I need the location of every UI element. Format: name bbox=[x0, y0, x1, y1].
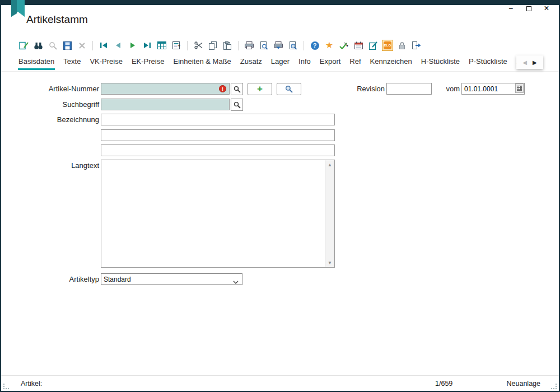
delete-icon[interactable] bbox=[76, 40, 87, 51]
record-counter: 1/659 bbox=[435, 380, 452, 388]
form-view-icon[interactable]: ▾ bbox=[171, 40, 182, 51]
spellcheck-icon[interactable]: ▾ bbox=[338, 40, 349, 51]
favorites-icon[interactable]: ★ bbox=[324, 40, 335, 51]
tab-vk-preise[interactable]: VK-Preise bbox=[89, 56, 123, 70]
vom-label: vom bbox=[444, 85, 460, 93]
tab-kennzeichen[interactable]: Kennzeichen bbox=[370, 56, 413, 70]
revision-label: Revision bbox=[337, 85, 385, 93]
next-record-icon[interactable] bbox=[127, 40, 138, 51]
maximize-icon bbox=[526, 6, 531, 11]
tab-p-stueckliste[interactable]: P-Stückliste bbox=[468, 56, 508, 70]
search-binoculars-icon[interactable] bbox=[32, 40, 44, 51]
titlebar[interactable] bbox=[1, 0, 559, 5]
cut-icon[interactable] bbox=[193, 40, 204, 51]
last-record-icon[interactable] bbox=[142, 40, 153, 51]
tab-basisdaten[interactable]: Basisdaten bbox=[18, 56, 55, 70]
calendar-icon[interactable] bbox=[353, 40, 364, 51]
langtext-label: Langtext bbox=[21, 161, 99, 170]
resize-grip-left[interactable] bbox=[3, 382, 10, 389]
tab-scroll-right-icon[interactable]: ▶ bbox=[533, 59, 537, 66]
page-title: Artikelstamm bbox=[26, 13, 88, 26]
star-icon: ★ bbox=[325, 41, 333, 50]
minimize-button[interactable]: − bbox=[506, 4, 515, 13]
tab-scroll-left-icon[interactable]: ◀ bbox=[522, 59, 527, 66]
toolbar-separator bbox=[92, 41, 93, 50]
page-preview-icon[interactable] bbox=[287, 40, 298, 51]
required-indicator-icon: ! bbox=[219, 85, 226, 92]
tab-einheiten-masse[interactable]: Einheiten & Maße bbox=[172, 56, 231, 70]
scroll-down-icon[interactable]: ▼ bbox=[325, 258, 334, 267]
artikeltyp-value: Standard bbox=[104, 276, 131, 283]
vom-date-field bbox=[461, 83, 525, 95]
langtext-scrollbar[interactable]: ▲ ▼ bbox=[325, 160, 334, 267]
tab-lager[interactable]: Lager bbox=[270, 56, 290, 70]
toolbar-separator bbox=[304, 41, 304, 50]
artikel-nummer-search-button[interactable] bbox=[231, 83, 243, 95]
plus-icon: + bbox=[257, 84, 263, 94]
print-preview-icon[interactable] bbox=[258, 40, 269, 51]
toolbar-separator bbox=[187, 41, 188, 50]
close-button[interactable]: × bbox=[542, 4, 551, 13]
scroll-up-icon[interactable]: ▲ bbox=[325, 160, 334, 169]
search-article-button[interactable] bbox=[277, 83, 301, 95]
chevron-down-icon bbox=[233, 278, 239, 286]
save-icon[interactable] bbox=[62, 40, 73, 51]
bezeichnung-label: Bezeichnung bbox=[21, 115, 99, 124]
previous-record-icon[interactable] bbox=[113, 40, 124, 51]
first-record-icon[interactable] bbox=[98, 40, 109, 51]
add-article-button[interactable]: + bbox=[248, 83, 272, 95]
toolbar-separator bbox=[238, 41, 239, 50]
print-icon[interactable] bbox=[244, 40, 255, 51]
table-view-icon[interactable] bbox=[156, 40, 167, 51]
statusbar: Artikel: 1/659 Neuanlage bbox=[1, 375, 559, 391]
bezeichnung-input-2[interactable] bbox=[101, 129, 335, 141]
magnifier-icon bbox=[234, 86, 241, 93]
suchbegriff-label: Suchbegriff bbox=[21, 100, 99, 109]
tab-zusatz[interactable]: Zusatz bbox=[240, 56, 263, 70]
suchbegriff-search-button[interactable] bbox=[231, 99, 243, 111]
logout-icon[interactable] bbox=[411, 40, 422, 51]
zoom-icon[interactable] bbox=[47, 40, 58, 51]
langtext-field: ▲ ▼ bbox=[101, 160, 335, 268]
tab-info[interactable]: Info bbox=[298, 56, 311, 70]
tab-scroll-panel: ◀ ▶ bbox=[516, 55, 543, 69]
toolbar: ▾ ? ★ ▾ bbox=[18, 39, 422, 52]
question-mark-icon: ? bbox=[311, 41, 319, 50]
bezeichnung-input-1[interactable] bbox=[101, 114, 335, 125]
resize-grip-right[interactable] bbox=[550, 382, 557, 389]
magnifier-icon bbox=[285, 85, 293, 93]
bezeichnung-input-3[interactable] bbox=[101, 144, 335, 156]
maximize-button[interactable] bbox=[524, 4, 533, 13]
window-controls: − × bbox=[506, 4, 551, 13]
lock-icon[interactable] bbox=[396, 40, 408, 51]
tab-h-stueckliste[interactable]: H-Stückliste bbox=[421, 56, 460, 70]
artikeltyp-select[interactable]: Standard bbox=[101, 273, 242, 285]
paste-icon[interactable] bbox=[222, 40, 233, 51]
tab-export[interactable]: Export bbox=[319, 56, 342, 70]
magnifier-icon bbox=[234, 101, 241, 109]
statusbar-artikel-label: Artikel: bbox=[21, 380, 42, 388]
app-window: − × Artikelstamm bbox=[0, 0, 560, 392]
bookmark-logo-icon bbox=[11, 0, 25, 17]
chevron-down-icon: ▾ bbox=[178, 43, 180, 48]
help-icon[interactable]: ? bbox=[309, 40, 320, 51]
copy-icon[interactable] bbox=[207, 40, 218, 51]
elo-icon[interactable]: ELO bbox=[382, 40, 393, 51]
langtext-textarea[interactable] bbox=[101, 160, 325, 267]
chevron-down-icon: ▾ bbox=[346, 43, 348, 48]
new-record-icon[interactable] bbox=[18, 40, 29, 51]
date-picker-button[interactable] bbox=[515, 83, 524, 93]
revision-input[interactable] bbox=[386, 83, 432, 95]
artikel-nummer-input[interactable] bbox=[101, 83, 230, 95]
artikel-nummer-label: Artikel-Nummer bbox=[21, 85, 99, 93]
mode-indicator: Neuanlage bbox=[507, 380, 540, 388]
tab-ek-preise[interactable]: EK-Preise bbox=[131, 56, 165, 70]
print-export-icon[interactable] bbox=[273, 40, 284, 51]
tabstrip: Basisdaten Texte VK-Preise EK-Preise Ein… bbox=[18, 56, 516, 71]
elo-badge: ELO bbox=[384, 41, 391, 49]
artikeltyp-label: Artikeltyp bbox=[21, 275, 99, 283]
tab-ref[interactable]: Ref bbox=[349, 56, 361, 70]
notes-icon[interactable] bbox=[367, 40, 379, 51]
suchbegriff-input[interactable] bbox=[101, 99, 230, 110]
tab-texte[interactable]: Texte bbox=[63, 56, 81, 70]
